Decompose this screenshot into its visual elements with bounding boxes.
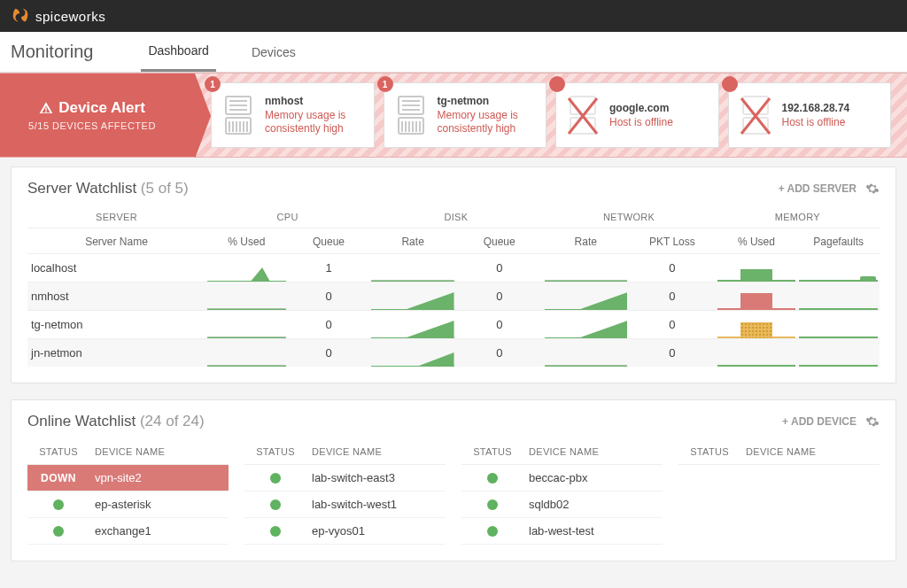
disk-queue: 0 xyxy=(456,254,543,282)
watchlist-row[interactable]: nmhost000 xyxy=(27,282,880,310)
watchlist-sub-header: Server Name % Used Queue Rate Queue Rate… xyxy=(27,228,880,253)
disk-queue: 0 xyxy=(456,339,543,367)
online-header: STATUSDEVICE NAME xyxy=(461,439,663,465)
online-watchlist-count: (24 of 24) xyxy=(140,413,205,429)
online-row[interactable]: sqldb02 xyxy=(461,491,663,518)
online-row[interactable]: ep-vyos01 xyxy=(244,518,446,545)
online-watchlist-title: Online Watchlist xyxy=(27,413,136,429)
net-pktloss: 0 xyxy=(629,282,716,310)
online-row[interactable]: lab-west-test xyxy=(461,518,663,545)
server-offline-icon xyxy=(738,93,773,137)
online-row[interactable]: lab-switch-west1 xyxy=(244,491,446,518)
server-icon xyxy=(221,93,256,137)
subnav: Monitoring Dashboard Devices xyxy=(0,32,907,73)
cpu-queue: 1 xyxy=(288,254,370,282)
alert-card-message: Memory usage is consistently high xyxy=(438,109,538,135)
net-rate-spark xyxy=(543,339,630,367)
watchlist-group-header: SERVER CPU DISK NETWORK MEMORY xyxy=(27,206,880,228)
status-up-icon xyxy=(53,526,64,537)
watchlist-row[interactable]: tg-netmon000 xyxy=(27,310,880,338)
device-name: ep-asterisk xyxy=(89,498,229,511)
server-watchlist-count: (5 of 5) xyxy=(141,180,189,197)
server-offline-icon xyxy=(565,93,601,137)
status-up-icon xyxy=(53,499,64,510)
cpu-used-spark xyxy=(205,339,288,367)
cpu-used-spark xyxy=(205,311,288,338)
online-watchlist-panel: Online Watchlist (24 of 24) + ADD DEVICE… xyxy=(11,399,896,561)
cpu-queue: 0 xyxy=(288,339,370,367)
online-header: STATUSDEVICE NAME xyxy=(678,439,880,465)
status-up-icon xyxy=(270,526,281,537)
add-server-button[interactable]: + ADD SERVER xyxy=(779,182,857,195)
alert-card-message: Host is offline xyxy=(609,116,673,129)
device-name: lab-west-test xyxy=(523,524,663,538)
alert-card-name: google.com xyxy=(609,102,673,114)
watchlist-row[interactable]: localhost100 xyxy=(27,253,880,282)
cpu-used-spark xyxy=(205,254,288,282)
gear-icon[interactable] xyxy=(865,414,880,429)
disk-queue: 0 xyxy=(456,311,543,338)
cpu-queue: 0 xyxy=(288,311,370,338)
device-name: lab-switch-east3 xyxy=(306,471,446,484)
brand-logo[interactable]: spiceworks xyxy=(11,6,105,26)
server-name: nmhost xyxy=(27,282,205,310)
status-up-icon xyxy=(487,526,498,537)
status-up-icon xyxy=(487,473,498,484)
add-device-button[interactable]: + ADD DEVICE xyxy=(782,415,857,428)
online-row[interactable]: exchange1 xyxy=(27,518,229,545)
alert-card[interactable]: 1tg-netmonMemory usage is consistently h… xyxy=(384,82,547,148)
tabs: Dashboard Devices xyxy=(141,32,330,72)
net-rate-spark xyxy=(543,282,630,310)
spiceworks-logo-icon xyxy=(11,6,30,26)
device-name: lab-switch-west1 xyxy=(306,498,446,511)
online-header: STATUSDEVICE NAME xyxy=(27,439,229,465)
disk-queue: 0 xyxy=(456,282,543,310)
net-rate-spark xyxy=(543,311,630,338)
disk-rate-spark xyxy=(369,311,456,338)
device-name: beccac-pbx xyxy=(523,471,663,484)
status-up-icon xyxy=(270,499,281,510)
online-row[interactable]: beccac-pbx xyxy=(461,465,663,491)
tab-devices[interactable]: Devices xyxy=(244,32,303,72)
online-column: STATUSDEVICE NAMEDOWNvpn-site2ep-asteris… xyxy=(27,439,229,545)
gear-icon[interactable] xyxy=(865,182,880,196)
device-alert-strip: Device Alert 5/15 DEVICES AFFECTED 1nmho… xyxy=(0,73,907,158)
brand-name: spiceworks xyxy=(35,9,105,24)
alert-badge-icon: 1 xyxy=(377,76,393,92)
server-name: tg-netmon xyxy=(27,311,205,338)
watchlist-row[interactable]: jn-netmon000 xyxy=(27,338,880,367)
device-alert-flag: Device Alert 5/15 DEVICES AFFECTED xyxy=(0,74,195,157)
page-title: Monitoring xyxy=(11,42,93,62)
server-watchlist-panel: Server Watchlist (5 of 5) + ADD SERVER S… xyxy=(11,166,896,383)
device-name: ep-vyos01 xyxy=(306,524,446,538)
online-row[interactable]: ep-asterisk xyxy=(27,491,229,518)
alert-card[interactable]: google.comHost is offline xyxy=(555,82,719,148)
disk-rate-spark xyxy=(369,282,456,310)
online-row[interactable]: DOWNvpn-site2 xyxy=(27,465,229,491)
alert-badge-icon xyxy=(722,76,738,92)
topbar: spiceworks xyxy=(0,0,907,32)
device-name: sqldb02 xyxy=(523,498,663,511)
alert-card-name: nmhost xyxy=(265,95,365,107)
cpu-used-spark xyxy=(205,282,288,310)
online-row[interactable]: lab-switch-east3 xyxy=(244,465,446,491)
status-up-icon xyxy=(487,499,498,510)
server-name: localhost xyxy=(27,254,205,282)
alert-cards: 1nmhostMemory usage is consistently high… xyxy=(195,74,907,157)
device-name: vpn-site2 xyxy=(89,471,229,484)
alert-card-message: Host is offline xyxy=(782,116,850,129)
warning-icon xyxy=(39,101,53,115)
disk-rate-spark xyxy=(369,254,456,282)
alert-card[interactable]: 192.168.28.74Host is offline xyxy=(728,82,892,148)
alert-badge-icon: 1 xyxy=(205,76,221,92)
online-column: STATUSDEVICE NAMElab-switch-east3lab-swi… xyxy=(244,439,446,545)
net-pktloss: 0 xyxy=(629,254,716,282)
tab-dashboard[interactable]: Dashboard xyxy=(141,32,216,72)
status-up-icon xyxy=(270,473,281,484)
alert-card-name: tg-netmon xyxy=(438,95,538,107)
alert-card[interactable]: 1nmhostMemory usage is consistently high xyxy=(211,82,375,148)
device-alert-title: Device Alert xyxy=(58,99,145,117)
status-down-badge: DOWN xyxy=(41,472,76,484)
net-pktloss: 0 xyxy=(629,311,716,338)
cpu-queue: 0 xyxy=(288,282,370,310)
